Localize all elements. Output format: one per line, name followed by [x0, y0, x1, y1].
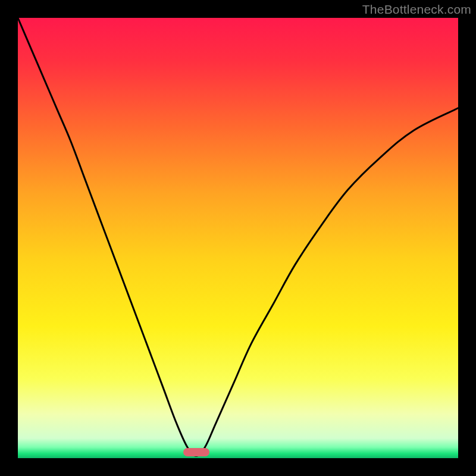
chart-frame: TheBottleneck.com — [0, 0, 476, 476]
curve-path — [18, 18, 458, 456]
plot-area — [18, 18, 458, 458]
optimal-point-marker — [183, 448, 209, 456]
watermark-text: TheBottleneck.com — [362, 2, 471, 17]
bottleneck-curve — [18, 18, 458, 458]
